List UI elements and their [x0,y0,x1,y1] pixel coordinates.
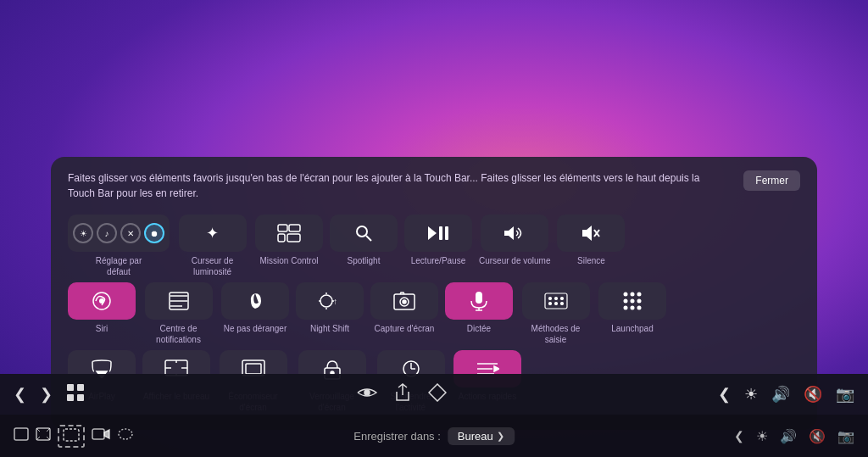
statusbar-right-camera[interactable]: 📷 [837,428,854,444]
svg-point-45 [631,306,635,310]
save-dest-label: Bureau [458,430,493,443]
svg-rect-1 [289,225,300,231]
toolbar-right-chevron[interactable]: ❮ [718,385,731,404]
statusbar-window-icon[interactable] [14,427,29,444]
notifications-icon [169,292,189,310]
item-icon-nightshift: ↑ [296,282,364,320]
item-dictee[interactable]: Dictée [445,282,513,334]
volume-icon [503,225,526,242]
toolbar-center [357,383,447,406]
save-label: Enregistrer dans : [353,430,441,443]
item-label-nightshift: Night Shift [310,323,349,334]
toolbar-camera-right[interactable]: 📷 [836,385,854,404]
svg-rect-54 [246,364,261,374]
svg-line-5 [366,236,371,241]
item-lecture-pause[interactable]: Lecture/Pause [404,215,472,266]
statusbar-right-chevron[interactable]: ❮ [734,429,744,443]
item-methodes-saisie[interactable]: Méthodes de saisie [520,282,592,345]
item-night-shift[interactable]: ↑ Night Shift [296,282,364,334]
statusbar-fullscreen-icon[interactable] [36,427,51,444]
brightness-icon: ✦ [206,224,219,242]
svg-point-32 [548,298,551,300]
toolbar-eye[interactable] [357,386,377,404]
item-icon-reglage: ☀ ♪ ✕ ⏺ [68,215,170,252]
svg-marker-63 [494,366,499,371]
toolbar-right: ❮ ☀ 🔊 🔇 📷 [718,385,854,404]
svg-point-33 [554,298,557,300]
toolbar-grid[interactable] [66,383,85,406]
statusbar-video-icon[interactable] [92,427,110,444]
toolbar-chevron-left[interactable]: ❮ [14,385,26,404]
item-label-spotlight: Spotlight [348,255,381,266]
svg-point-4 [357,226,367,237]
item-label-volume: Curseur de volume [479,255,550,266]
toolbar-left: ❮ ❯ [14,383,85,406]
item-curseur-luminosite[interactable]: ✦ Curseur de luminosité [176,215,248,277]
keyboard-icon [544,293,568,309]
multi-icon: ☀ ♪ ✕ ⏺ [73,223,164,243]
svg-point-37 [560,303,563,305]
statusbar-right-volume[interactable]: 🔊 [780,428,797,444]
item-label-notif: Centre de notifications [142,323,214,345]
statusbar-dotselect-icon[interactable] [117,427,134,444]
item-silence[interactable]: Silence [557,215,625,266]
statusbar-right-brightness[interactable]: ☀ [756,428,768,444]
item-icon-luminosite: ✦ [179,215,247,252]
item-capture-ecran[interactable]: Capture d'écran [370,282,438,334]
save-dest-chevron: ❯ [497,431,504,442]
siri-icon [89,288,114,314]
toolbar-tag[interactable] [428,383,447,406]
item-icon-capture [370,282,438,320]
launchpad-icon [621,290,643,312]
item-launchpad[interactable]: Launchpad [598,282,666,334]
save-destination[interactable]: Bureau ❯ [448,427,515,445]
item-label-dictee: Dictée [467,323,491,334]
item-icon-notif [145,282,213,320]
toolbar-chevron-right[interactable]: ❯ [40,385,53,404]
item-mission-control[interactable]: Mission Control [255,215,323,266]
svg-marker-77 [104,430,109,438]
item-siri[interactable]: Siri [68,282,136,334]
dnd-icon [245,291,265,311]
svg-rect-67 [77,394,84,401]
item-icon-dnd [221,282,289,320]
svg-rect-28 [476,292,482,304]
svg-rect-31 [545,293,567,309]
item-curseur-volume[interactable]: Curseur de volume [479,215,550,266]
statusbar-selection-icon[interactable] [58,425,85,448]
toolbar-brightness-right[interactable]: ☀ [744,385,758,404]
svg-point-14 [99,298,104,304]
toolbar-mute-right[interactable]: 🔇 [804,385,822,404]
item-centre-notifications[interactable]: Centre de notifications [142,282,214,345]
mini-vol: ♪ [97,223,117,243]
item-icon-siri [68,282,136,320]
svg-marker-10 [582,226,592,241]
item-reglage-par-defaut[interactable]: ☀ ♪ ✕ ⏺ Réglage par défaut [68,215,170,277]
toolbar-volume-right[interactable]: 🔊 [771,385,790,404]
panel-instruction: Faites glisser vos éléments favoris jusq… [68,170,729,201]
svg-point-46 [637,306,642,310]
svg-point-78 [119,429,132,439]
item-icon-volume [481,215,548,252]
item-label-mission: Mission Control [260,255,319,266]
svg-rect-75 [64,429,79,441]
svg-point-44 [624,306,628,310]
svg-point-27 [403,300,406,304]
svg-marker-6 [428,226,437,240]
statusbar-right-mute[interactable]: 🔇 [809,428,826,444]
svg-rect-2 [278,234,285,242]
close-button[interactable]: Fermer [743,170,800,191]
item-icon-launchpad [598,282,666,320]
item-icon-silence [557,215,625,252]
svg-point-40 [637,293,642,297]
night-shift-icon: ↑ [318,291,342,311]
spotlight-icon [353,223,374,243]
item-ne-pas-deranger[interactable]: Ne pas déranger [221,282,289,334]
statusbar-left [14,425,134,448]
toolbar-share[interactable] [394,383,411,406]
item-spotlight[interactable]: Spotlight [330,215,398,266]
item-label-lecture: Lecture/Pause [411,255,466,266]
statusbar-center: Enregistrer dans : Bureau ❯ [353,427,515,445]
svg-point-38 [624,293,628,297]
item-icon-lecture [404,215,472,252]
